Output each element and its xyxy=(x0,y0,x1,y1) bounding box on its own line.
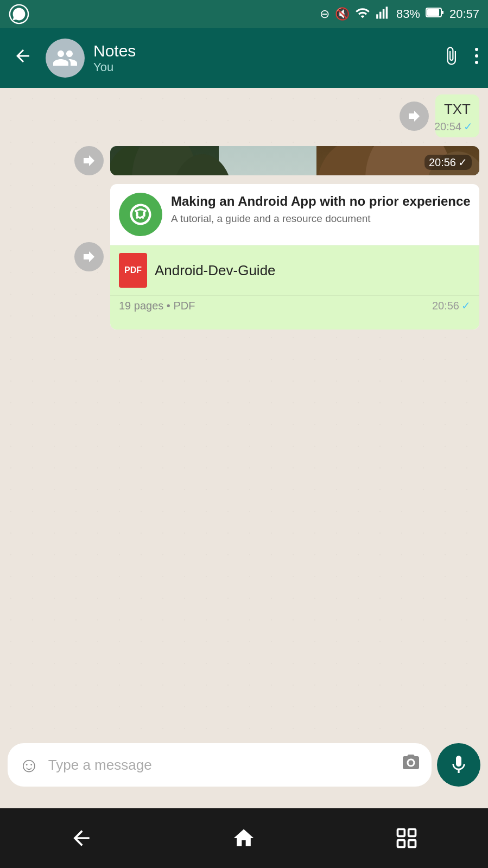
message-row-img: 20:56 ✓ xyxy=(9,146,479,175)
attach-button[interactable] xyxy=(441,46,461,70)
forward-button-pdf[interactable] xyxy=(74,242,104,271)
chat-header: Notes You xyxy=(0,28,488,88)
img-time: 20:56 ✓ xyxy=(424,155,472,170)
chat-area: TXT 20:54 ✓ xyxy=(0,88,488,784)
txt-bubble[interactable]: TXT 20:54 ✓ xyxy=(435,94,479,137)
msg-time-pdf: 20:56 ✓ xyxy=(432,299,471,312)
svg-rect-7 xyxy=(442,11,443,14)
chat-name: Notes xyxy=(93,42,433,60)
battery-percent: 83% xyxy=(396,7,420,21)
svg-point-10 xyxy=(475,61,478,64)
svg-rect-4 xyxy=(386,7,388,18)
status-bar-right: ⊖ 🔇 83% 20:57 xyxy=(320,5,479,23)
svg-point-27 xyxy=(409,761,414,765)
battery-icon xyxy=(426,7,444,21)
svg-rect-1 xyxy=(376,14,378,18)
message-input-box[interactable]: ☺ xyxy=(8,743,432,787)
wifi-icon xyxy=(355,5,370,23)
status-bar-left xyxy=(9,4,29,24)
status-bar: ⊖ 🔇 83% 20:57 xyxy=(0,0,488,28)
header-actions xyxy=(441,46,479,70)
mute-icon: 🔇 xyxy=(335,7,350,21)
nav-back-button[interactable] xyxy=(64,821,99,856)
whatsapp-icon xyxy=(9,4,29,24)
link-title: Making an Android App with no prior expe… xyxy=(171,193,471,210)
android-dev-icon xyxy=(119,193,162,236)
link-preview: Making an Android App with no prior expe… xyxy=(110,184,479,245)
check-icon-img: ✓ xyxy=(458,156,467,169)
message-row-txt: TXT 20:54 ✓ xyxy=(9,94,479,137)
msg-time-txt: 20:54 ✓ xyxy=(435,120,473,133)
nav-home-button[interactable] xyxy=(226,821,261,856)
status-time: 20:57 xyxy=(449,7,479,21)
nav-bar xyxy=(0,808,488,868)
camera-button[interactable] xyxy=(401,753,421,777)
txt-content: TXT xyxy=(444,101,471,118)
svg-rect-28 xyxy=(398,829,405,837)
svg-point-26 xyxy=(144,210,147,212)
pdf-filename: Android-Dev-Guide xyxy=(155,262,276,279)
emoji-button[interactable]: ☺ xyxy=(18,753,40,777)
img-bubble[interactable]: 20:56 ✓ xyxy=(110,146,479,175)
back-button[interactable] xyxy=(9,42,37,75)
svg-rect-6 xyxy=(427,9,439,16)
chat-subtitle: You xyxy=(93,60,433,74)
svg-rect-3 xyxy=(383,9,385,19)
link-desc: A tutorial, a guide and a resource docum… xyxy=(171,213,471,225)
message-row-pdf: Making an Android App with no prior expe… xyxy=(9,184,479,330)
link-text: Making an Android App with no prior expe… xyxy=(171,193,471,225)
svg-rect-2 xyxy=(379,11,382,18)
river-image: 20:56 ✓ xyxy=(110,146,479,175)
signal-icon xyxy=(376,5,391,23)
check-icon-txt: ✓ xyxy=(464,120,473,133)
svg-rect-29 xyxy=(409,829,416,837)
svg-point-9 xyxy=(475,54,478,58)
more-options-button[interactable] xyxy=(474,46,479,70)
avatar[interactable] xyxy=(46,39,85,78)
svg-rect-30 xyxy=(398,840,405,847)
mic-button[interactable] xyxy=(437,743,480,787)
svg-point-8 xyxy=(475,48,478,51)
forward-button-img[interactable] xyxy=(74,146,104,175)
message-input[interactable] xyxy=(48,743,392,787)
forward-button-txt[interactable] xyxy=(400,102,429,131)
pdf-meta-text: 19 pages • PDF xyxy=(119,300,195,312)
svg-rect-31 xyxy=(409,840,416,847)
input-bar: ☺ xyxy=(0,738,488,792)
pdf-bubble[interactable]: Making an Android App with no prior expe… xyxy=(110,184,479,330)
svg-point-25 xyxy=(135,210,137,212)
chat-info: Notes You xyxy=(93,42,433,74)
nav-recents-button[interactable] xyxy=(389,821,424,856)
pdf-file-row[interactable]: PDF Android-Dev-Guide xyxy=(110,245,479,295)
check-icon-pdf: ✓ xyxy=(461,299,471,312)
donotdisturb-icon: ⊖ xyxy=(320,7,329,21)
pdf-file-icon: PDF xyxy=(119,253,147,288)
pdf-meta-row: 19 pages • PDF 20:56 ✓ xyxy=(110,295,479,330)
